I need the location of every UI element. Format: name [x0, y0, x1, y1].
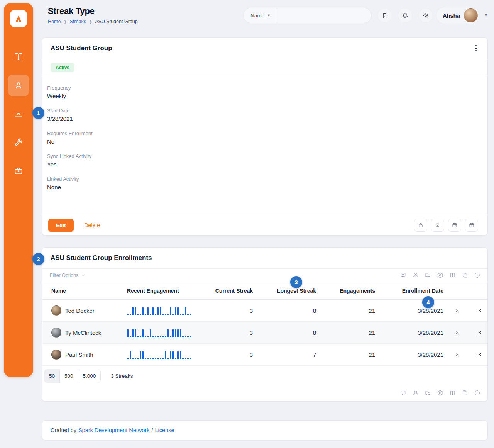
column-header-name[interactable]: Name: [42, 288, 127, 294]
page-header: Streak Type Home ❯ Streaks ❯ ASU Student…: [48, 6, 138, 24]
notifications-button[interactable]: [398, 8, 413, 23]
breadcrumb-streaks[interactable]: Streaks: [70, 19, 86, 24]
page-size-50[interactable]: 50: [44, 369, 60, 383]
field-label: Frequency: [47, 85, 479, 91]
search-scope-dropdown[interactable]: Name ▼: [244, 8, 276, 23]
chevron-down-icon: ▼: [267, 14, 271, 17]
copy-button[interactable]: [462, 272, 468, 278]
grid-toolbar-top: [400, 272, 480, 278]
field-value: Weekly: [47, 93, 479, 99]
status-badge: Active: [51, 63, 74, 72]
sidebar-item-finance[interactable]: [8, 103, 29, 125]
communicate-button[interactable]: [400, 272, 406, 278]
current-streak-value: 3: [198, 329, 253, 336]
field-label: Sync Linked Activity: [47, 153, 479, 159]
export-button[interactable]: [425, 272, 431, 278]
avatar: [51, 350, 61, 360]
grid-toolbar-bottom: [400, 390, 480, 396]
page-size-500[interactable]: 500: [60, 369, 78, 383]
remove-enrollment-button[interactable]: [477, 307, 483, 314]
person-profile-button[interactable]: [454, 329, 460, 336]
field-value: 3/28/2021: [47, 115, 479, 122]
callout-1: 1: [32, 107, 44, 119]
detail-panel-title: ASU Student Group: [51, 44, 112, 52]
table-row[interactable]: Ted Decker 3 8 21 3/28/2021: [42, 300, 487, 322]
current-streak-value: 3: [198, 307, 253, 314]
bookmark-icon: [381, 12, 388, 19]
field-start-date: Start Date 3/28/2021: [47, 108, 479, 122]
merge-people-button[interactable]: [412, 390, 419, 396]
person-name: Ted Decker: [65, 307, 95, 314]
add-circle-icon: [474, 272, 480, 278]
exclusions-button[interactable]: [465, 219, 478, 232]
bell-icon: [402, 12, 409, 19]
panel-options-button[interactable]: [472, 44, 480, 53]
rock-logo[interactable]: [10, 10, 27, 27]
lock-icon: [418, 222, 424, 228]
breadcrumb-separator: ❯: [63, 19, 67, 24]
user-menu-caret-icon[interactable]: ▼: [484, 13, 488, 17]
export-button[interactable]: [425, 390, 431, 396]
person-profile-button[interactable]: [454, 307, 460, 314]
spark-network-link[interactable]: Spark Development Network: [78, 427, 150, 433]
sidebar-item-people[interactable]: [8, 75, 29, 96]
column-header-current-streak[interactable]: Current Streak: [198, 288, 253, 294]
grid-settings-button[interactable]: [437, 272, 443, 278]
excel-export-button[interactable]: [449, 272, 456, 278]
license-link[interactable]: License: [155, 427, 174, 433]
book-open-icon: [14, 52, 23, 61]
field-label: Linked Activity: [47, 176, 479, 182]
remove-enrollment-button[interactable]: [477, 329, 483, 336]
add-enrollment-button[interactable]: [474, 272, 480, 278]
grid-icon: [449, 272, 456, 278]
sidebar-nav: [8, 46, 29, 182]
rock-logo-icon: [14, 14, 24, 24]
map-attempts-button[interactable]: [448, 219, 461, 232]
person-icon: [454, 307, 460, 314]
column-header-engagements[interactable]: Engagements: [316, 288, 375, 294]
table-row[interactable]: Ty McClintock 3 8 21 3/28/2021: [42, 322, 487, 344]
copy-icon: [462, 390, 468, 396]
copy-button[interactable]: [462, 390, 468, 396]
enrollments-panel-header: ASU Student Group Enrollments: [42, 248, 487, 269]
breadcrumb: Home ❯ Streaks ❯ ASU Student Group: [48, 19, 138, 24]
field-value: No: [47, 138, 479, 145]
sidebar-item-library[interactable]: [8, 46, 29, 68]
gear-icon: [437, 272, 443, 278]
column-header-enrollment-date[interactable]: Enrollment Date: [375, 288, 443, 294]
sidebar-item-tools[interactable]: [8, 132, 29, 153]
bookmark-button[interactable]: [377, 8, 392, 23]
field-label: Requires Enrollment: [47, 131, 479, 136]
recent-engagement-chart: [127, 306, 198, 315]
user-menu[interactable]: Alisha: [436, 7, 480, 24]
person-profile-button[interactable]: [454, 351, 460, 358]
callout-4: 4: [422, 296, 434, 308]
search-input[interactable]: [276, 8, 371, 23]
sidebar-item-work[interactable]: [8, 160, 29, 182]
grid-settings-button[interactable]: [437, 390, 443, 396]
achievements-button[interactable]: [431, 219, 444, 232]
field-label: Start Date: [47, 108, 479, 114]
remove-enrollment-button[interactable]: [477, 351, 483, 358]
enrollment-date-value: 3/28/2021: [375, 351, 443, 358]
theme-toggle-button[interactable]: [418, 8, 433, 23]
delete-button[interactable]: Delete: [85, 222, 100, 228]
column-header-recent-engagement[interactable]: Recent Engagement: [127, 288, 198, 294]
merge-people-button[interactable]: [412, 272, 419, 278]
add-circle-icon: [474, 390, 480, 396]
page-size-5000[interactable]: 5.000: [78, 369, 101, 383]
filter-options-toggle[interactable]: Filter Options: [50, 273, 85, 278]
excel-export-button[interactable]: [449, 390, 456, 396]
communicate-button[interactable]: [400, 390, 406, 396]
security-button[interactable]: [414, 219, 427, 232]
add-enrollment-button[interactable]: [474, 390, 480, 396]
breadcrumb-home[interactable]: Home: [48, 19, 61, 24]
enrollment-date-value: 3/28/2021: [375, 307, 443, 314]
comment-icon: [400, 272, 406, 278]
engagements-value: 21: [316, 329, 375, 336]
table-row[interactable]: Paul Smith 3 7 21 3/28/2021: [42, 344, 487, 366]
column-header-longest-streak[interactable]: Longest Streak: [253, 288, 316, 294]
enrollment-date-value: 3/28/2021: [375, 329, 443, 336]
recent-engagement-chart: [127, 328, 198, 337]
edit-button[interactable]: Edit: [48, 219, 74, 232]
